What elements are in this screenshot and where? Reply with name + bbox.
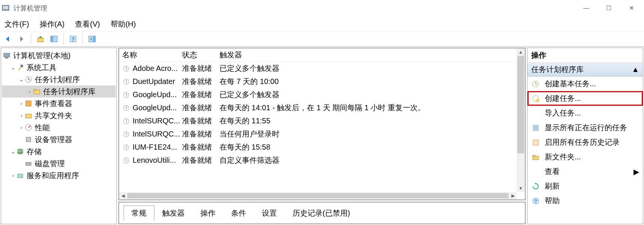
close-button[interactable]: ✕	[620, 1, 643, 16]
minimize-button[interactable]: —	[575, 1, 598, 16]
svg-point-11	[20, 64, 23, 68]
submenu-arrow-icon: ▶	[634, 167, 639, 176]
menu-view[interactable]: 查看(V)	[75, 19, 100, 29]
task-row[interactable]: GoogleUpd... 准备就绪 已定义多个触发器	[119, 88, 525, 101]
show-hide-tree-button[interactable]	[48, 33, 60, 45]
action-import-task[interactable]: 导入任务...	[527, 106, 643, 120]
tree-label: 系统工具	[27, 62, 57, 74]
device-icon	[24, 135, 33, 144]
show-hide-action-pane-button[interactable]	[87, 33, 98, 45]
action-group-header[interactable]: 任务计划程序库 ▲	[527, 63, 643, 76]
detail-tabs: 常规 触发器 操作 条件 设置 历史记录(已禁用)	[119, 202, 525, 221]
tab-history[interactable]: 历史记录(已禁用)	[285, 206, 358, 221]
action-enable-history[interactable]: 启用所有任务历史记录	[527, 135, 643, 150]
svg-point-21	[18, 152, 23, 154]
action-create-basic-task[interactable]: 创建基本任务...	[527, 76, 643, 91]
task-trigger: 在每天的 11:55	[220, 116, 522, 126]
column-header-name[interactable]: 名称	[122, 50, 182, 60]
scroll-up-arrow[interactable]: ▲	[517, 48, 525, 56]
task-name: IUM-F1E24...	[133, 143, 177, 152]
task-trigger: 自定义事件筛选器	[220, 155, 522, 165]
tree-node-device-manager[interactable]: 设备管理器	[2, 134, 116, 146]
clock-icon	[122, 78, 130, 86]
tab-settings[interactable]: 设置	[254, 206, 285, 221]
expand-collapse-icon[interactable]: ›	[18, 110, 24, 122]
tab-conditions[interactable]: 条件	[223, 206, 254, 221]
task-name: Adobe Acro...	[133, 64, 178, 73]
window-controls: — ☐ ✕	[575, 1, 643, 16]
nav-back-button[interactable]	[2, 33, 13, 45]
action-new-folder[interactable]: 新文件夹...	[527, 150, 643, 164]
action-label: 启用所有任务历史记录	[545, 137, 620, 147]
tree-node-performance[interactable]: › 性能	[2, 122, 116, 134]
tree-label: 事件查看器	[35, 98, 72, 110]
svg-text:?: ?	[534, 199, 537, 204]
column-header-trigger[interactable]: 触发器	[220, 50, 522, 60]
task-row[interactable]: IUM-F1E24... 准备就绪 在每天的 15:58	[119, 141, 525, 154]
action-label: 创建基本任务...	[545, 79, 596, 89]
action-create-task[interactable]: 创建任务...	[527, 91, 643, 106]
up-level-button[interactable]	[35, 33, 46, 45]
action-view[interactable]: 查看 ▶	[527, 164, 643, 179]
scroll-down-arrow[interactable]: ▼	[517, 184, 525, 192]
task-row[interactable]: Adobe Acro... 准备就绪 已定义多个触发器	[119, 62, 525, 75]
action-help[interactable]: ? 帮助	[527, 194, 643, 208]
collapse-icon[interactable]: ▲	[632, 65, 639, 74]
tree-node-task-scheduler-library[interactable]: › 任务计划程序库	[2, 86, 116, 98]
scroll-thumb[interactable]	[127, 193, 508, 198]
task-row[interactable]: GoogleUpd... 准备就绪 在每天的 14:01 - 触发后，在 1 天…	[119, 101, 525, 114]
menu-action[interactable]: 操作(A)	[40, 19, 65, 29]
svg-rect-13	[34, 90, 40, 94]
scroll-left-arrow[interactable]: ◀	[119, 193, 127, 198]
expand-collapse-icon[interactable]: ›	[10, 170, 16, 182]
help-button[interactable]: ?	[67, 33, 79, 45]
task-name: IntelSURQC...	[133, 130, 180, 138]
expand-collapse-icon[interactable]: ›	[18, 98, 24, 110]
tree-node-event-viewer[interactable]: › 事件查看器	[2, 98, 116, 110]
task-row[interactable]: LenovoUtili... 准备就绪 自定义事件筛选器	[119, 154, 525, 167]
horizontal-scrollbar[interactable]: ◀ ▶	[119, 192, 517, 200]
action-show-running[interactable]: 显示所有正在运行的任务	[527, 120, 643, 135]
vertical-scrollbar[interactable]: ▲ ▼	[517, 48, 525, 192]
scroll-right-arrow[interactable]: ▶	[509, 193, 517, 198]
folder-icon	[531, 153, 540, 162]
maximize-button[interactable]: ☐	[598, 1, 620, 16]
svg-rect-9	[4, 53, 10, 57]
tree-label: 性能	[35, 122, 50, 134]
task-row[interactable]: IntelSURQC... 准备就绪 当任何用户登录时	[119, 128, 525, 141]
clock-icon	[531, 80, 540, 88]
tree-node-disk-management[interactable]: 磁盘管理	[2, 158, 116, 170]
help-icon: ?	[531, 196, 540, 206]
toolbar: ?	[0, 32, 644, 46]
menu-file[interactable]: 文件(F)	[4, 19, 29, 29]
action-group-title: 任务计划程序库	[531, 64, 584, 75]
tab-general[interactable]: 常规	[124, 206, 154, 221]
action-refresh[interactable]: 刷新	[527, 179, 643, 194]
column-header-status[interactable]: 状态	[182, 50, 220, 60]
task-name: LenovoUtili...	[133, 156, 176, 165]
tab-triggers[interactable]: 触发器	[154, 206, 193, 221]
task-status: 准备就绪	[182, 129, 220, 139]
actions-pane: 操作 任务计划程序库 ▲ 创建基本任务... 创建任务... 导入任务... 显…	[527, 48, 643, 224]
expand-collapse-icon[interactable]: ›	[18, 122, 24, 134]
expand-collapse-icon[interactable]: ⌄	[10, 146, 16, 158]
nav-forward-button[interactable]	[16, 33, 27, 45]
task-row[interactable]: DuetUpdater 准备就绪 在每 7 天的 10:00	[119, 75, 525, 88]
menu-help[interactable]: 帮助(H)	[111, 19, 136, 29]
tree-node-shared-folders[interactable]: › 共享文件夹	[2, 110, 116, 122]
tab-actions[interactable]: 操作	[193, 206, 223, 221]
expand-collapse-icon[interactable]: ⌄	[10, 62, 16, 74]
expand-collapse-icon[interactable]: ⌄	[18, 74, 24, 86]
action-label: 查看	[545, 166, 560, 177]
clock-add-icon	[531, 94, 540, 103]
task-row[interactable]: IntelSURQC... 准备就绪 在每天的 11:55	[119, 114, 525, 128]
expand-collapse-icon[interactable]: ›	[27, 86, 33, 98]
app-icon	[1, 4, 10, 13]
tree-node-task-scheduler[interactable]: ⌄ 任务计划程序	[2, 74, 116, 86]
content-area: 计算机管理(本地) ⌄ 系统工具 ⌄ 任务计划程序 › 任务计划程序库 › 事件…	[0, 46, 644, 225]
tree-node-storage[interactable]: ⌄ 存储	[2, 146, 116, 158]
scroll-thumb[interactable]	[517, 56, 524, 153]
tree-node-system-tools[interactable]: ⌄ 系统工具	[2, 62, 116, 74]
tree-node-root[interactable]: 计算机管理(本地)	[2, 50, 116, 62]
tree-node-services-apps[interactable]: › 服务和应用程序	[2, 170, 116, 182]
